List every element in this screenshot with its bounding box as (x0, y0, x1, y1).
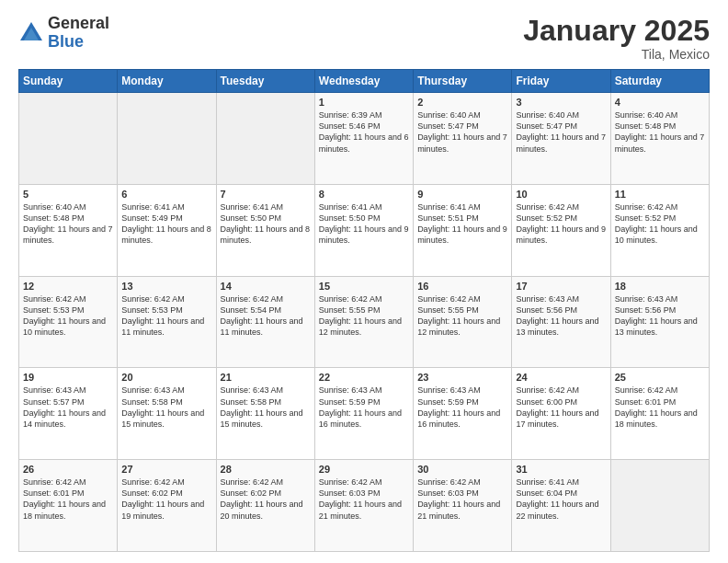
calendar-week-row: 26 Sunrise: 6:42 AMSunset: 6:01 PMDaylig… (19, 460, 710, 552)
day-number: 16 (417, 281, 507, 292)
calendar-day-cell: 1 Sunrise: 6:39 AMSunset: 5:46 PMDayligh… (314, 93, 413, 185)
calendar-day-cell: 4 Sunrise: 6:40 AMSunset: 5:48 PMDayligh… (610, 93, 709, 185)
day-info: Sunrise: 6:42 AMSunset: 5:54 PMDaylight:… (221, 293, 311, 339)
day-number: 27 (121, 464, 211, 475)
calendar-day-cell: 10 Sunrise: 6:42 AMSunset: 5:52 PMDaylig… (512, 184, 610, 276)
day-info: Sunrise: 6:42 AMSunset: 6:03 PMDaylight:… (319, 477, 409, 522)
calendar-week-row: 1 Sunrise: 6:39 AMSunset: 5:46 PMDayligh… (19, 93, 710, 185)
day-info: Sunrise: 6:42 AMSunset: 6:01 PMDaylight:… (23, 477, 113, 522)
calendar-day-cell (118, 93, 216, 185)
logo: General Blue (18, 15, 109, 52)
day-number: 12 (23, 281, 113, 292)
calendar-day-cell: 26 Sunrise: 6:42 AMSunset: 6:01 PMDaylig… (19, 460, 118, 552)
weekday-header-cell: Saturday (610, 70, 709, 93)
day-info: Sunrise: 6:42 AMSunset: 5:53 PMDaylight:… (121, 293, 211, 339)
calendar-day-cell: 21 Sunrise: 6:43 AMSunset: 5:58 PMDaylig… (216, 368, 314, 460)
day-number: 24 (516, 372, 606, 383)
day-info: Sunrise: 6:40 AMSunset: 5:47 PMDaylight:… (516, 109, 606, 155)
day-info: Sunrise: 6:40 AMSunset: 5:48 PMDaylight:… (23, 201, 113, 247)
day-info: Sunrise: 6:42 AMSunset: 5:55 PMDaylight:… (319, 293, 409, 339)
day-info: Sunrise: 6:42 AMSunset: 6:02 PMDaylight:… (221, 477, 311, 522)
day-info: Sunrise: 6:42 AMSunset: 5:53 PMDaylight:… (23, 293, 113, 339)
weekday-header-cell: Wednesday (314, 70, 413, 93)
day-number: 14 (221, 281, 311, 292)
calendar-day-cell (19, 93, 118, 185)
calendar-day-cell: 2 Sunrise: 6:40 AMSunset: 5:47 PMDayligh… (414, 93, 512, 185)
day-info: Sunrise: 6:41 AMSunset: 6:04 PMDaylight:… (516, 477, 606, 522)
day-info: Sunrise: 6:43 AMSunset: 5:58 PMDaylight:… (121, 385, 211, 430)
location: Tila, Mexico (523, 47, 710, 62)
day-number: 3 (516, 97, 606, 108)
calendar-day-cell: 29 Sunrise: 6:42 AMSunset: 6:03 PMDaylig… (314, 460, 413, 552)
calendar-week-row: 5 Sunrise: 6:40 AMSunset: 5:48 PMDayligh… (19, 184, 710, 276)
page: General Blue January 2025 Tila, Mexico S… (0, 0, 728, 563)
day-number: 11 (615, 189, 705, 200)
calendar-day-cell: 24 Sunrise: 6:42 AMSunset: 6:00 PMDaylig… (512, 368, 610, 460)
day-info: Sunrise: 6:40 AMSunset: 5:48 PMDaylight:… (615, 109, 705, 155)
calendar-day-cell: 15 Sunrise: 6:42 AMSunset: 5:55 PMDaylig… (314, 276, 413, 368)
day-info: Sunrise: 6:39 AMSunset: 5:46 PMDaylight:… (319, 109, 409, 155)
day-number: 10 (516, 189, 606, 200)
day-number: 23 (417, 372, 507, 383)
calendar-week-row: 19 Sunrise: 6:43 AMSunset: 5:57 PMDaylig… (19, 368, 710, 460)
weekday-header-cell: Thursday (414, 70, 512, 93)
day-info: Sunrise: 6:42 AMSunset: 5:52 PMDaylight:… (516, 201, 606, 247)
day-number: 18 (615, 281, 705, 292)
calendar-day-cell: 3 Sunrise: 6:40 AMSunset: 5:47 PMDayligh… (512, 93, 610, 185)
calendar-day-cell: 23 Sunrise: 6:43 AMSunset: 5:59 PMDaylig… (414, 368, 512, 460)
calendar-day-cell: 31 Sunrise: 6:41 AMSunset: 6:04 PMDaylig… (512, 460, 610, 552)
day-info: Sunrise: 6:40 AMSunset: 5:47 PMDaylight:… (417, 109, 507, 155)
day-info: Sunrise: 6:43 AMSunset: 5:56 PMDaylight:… (615, 293, 705, 339)
day-number: 13 (121, 281, 211, 292)
calendar-day-cell: 9 Sunrise: 6:41 AMSunset: 5:51 PMDayligh… (414, 184, 512, 276)
calendar-body: 1 Sunrise: 6:39 AMSunset: 5:46 PMDayligh… (19, 93, 710, 552)
day-number: 7 (221, 189, 311, 200)
day-number: 30 (417, 464, 507, 475)
calendar-day-cell: 7 Sunrise: 6:41 AMSunset: 5:50 PMDayligh… (216, 184, 314, 276)
logo-blue: Blue (48, 33, 109, 52)
calendar-table: SundayMondayTuesdayWednesdayThursdayFrid… (18, 69, 710, 552)
calendar-day-cell: 22 Sunrise: 6:43 AMSunset: 5:59 PMDaylig… (314, 368, 413, 460)
calendar-day-cell: 14 Sunrise: 6:42 AMSunset: 5:54 PMDaylig… (216, 276, 314, 368)
weekday-header-cell: Tuesday (216, 70, 314, 93)
logo-icon (18, 20, 44, 46)
day-number: 15 (319, 281, 409, 292)
weekday-header-cell: Monday (118, 70, 216, 93)
day-info: Sunrise: 6:42 AMSunset: 5:52 PMDaylight:… (615, 201, 705, 247)
day-number: 2 (417, 97, 507, 108)
day-info: Sunrise: 6:43 AMSunset: 5:59 PMDaylight:… (319, 385, 409, 430)
calendar-day-cell: 13 Sunrise: 6:42 AMSunset: 5:53 PMDaylig… (118, 276, 216, 368)
day-number: 29 (319, 464, 409, 475)
weekday-header-row: SundayMondayTuesdayWednesdayThursdayFrid… (19, 70, 710, 93)
calendar-day-cell (610, 460, 709, 552)
day-info: Sunrise: 6:43 AMSunset: 5:58 PMDaylight:… (221, 385, 311, 430)
calendar-day-cell: 8 Sunrise: 6:41 AMSunset: 5:50 PMDayligh… (314, 184, 413, 276)
day-number: 1 (319, 97, 409, 108)
calendar-week-row: 12 Sunrise: 6:42 AMSunset: 5:53 PMDaylig… (19, 276, 710, 368)
day-info: Sunrise: 6:43 AMSunset: 5:57 PMDaylight:… (23, 385, 113, 430)
day-info: Sunrise: 6:41 AMSunset: 5:49 PMDaylight:… (121, 201, 211, 247)
day-number: 25 (615, 372, 705, 383)
day-number: 9 (417, 189, 507, 200)
day-number: 31 (516, 464, 606, 475)
weekday-header-cell: Sunday (19, 70, 118, 93)
header: General Blue January 2025 Tila, Mexico (18, 15, 710, 62)
day-number: 4 (615, 97, 705, 108)
calendar-day-cell: 12 Sunrise: 6:42 AMSunset: 5:53 PMDaylig… (19, 276, 118, 368)
day-info: Sunrise: 6:42 AMSunset: 6:00 PMDaylight:… (516, 385, 606, 430)
day-number: 19 (23, 372, 113, 383)
calendar-day-cell: 5 Sunrise: 6:40 AMSunset: 5:48 PMDayligh… (19, 184, 118, 276)
day-number: 22 (319, 372, 409, 383)
day-info: Sunrise: 6:43 AMSunset: 5:59 PMDaylight:… (417, 385, 507, 430)
day-number: 20 (121, 372, 211, 383)
day-number: 26 (23, 464, 113, 475)
weekday-header-cell: Friday (512, 70, 610, 93)
day-number: 17 (516, 281, 606, 292)
calendar-day-cell: 11 Sunrise: 6:42 AMSunset: 5:52 PMDaylig… (610, 184, 709, 276)
day-info: Sunrise: 6:42 AMSunset: 6:01 PMDaylight:… (615, 385, 705, 430)
day-info: Sunrise: 6:41 AMSunset: 5:50 PMDaylight:… (221, 201, 311, 247)
day-info: Sunrise: 6:42 AMSunset: 6:02 PMDaylight:… (121, 477, 211, 522)
day-number: 6 (121, 189, 211, 200)
calendar-day-cell: 19 Sunrise: 6:43 AMSunset: 5:57 PMDaylig… (19, 368, 118, 460)
calendar-day-cell: 28 Sunrise: 6:42 AMSunset: 6:02 PMDaylig… (216, 460, 314, 552)
